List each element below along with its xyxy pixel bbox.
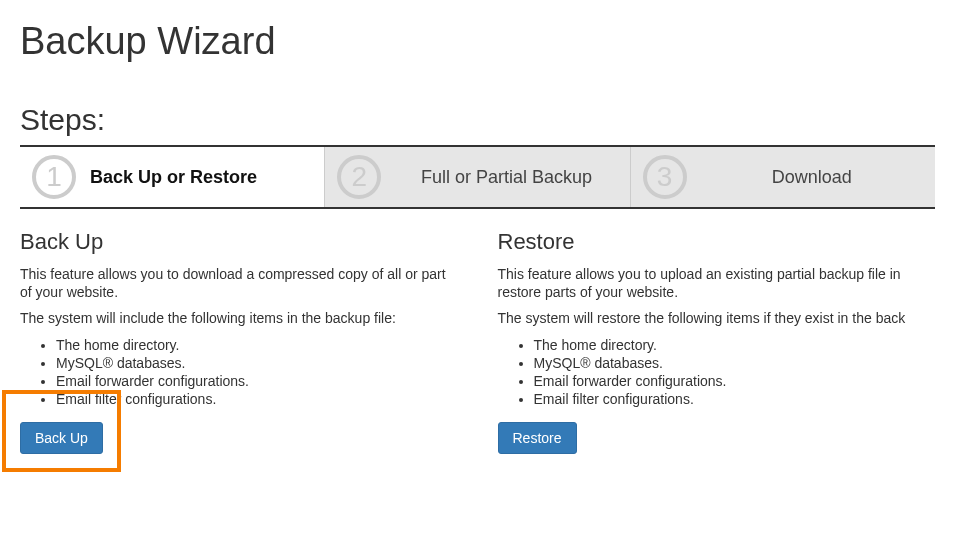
content-area: Back Up This feature allows you to downl… <box>20 229 935 454</box>
list-item: MySQL® databases. <box>534 354 936 372</box>
step-number-icon: 2 <box>337 155 381 199</box>
backup-items-list: The home directory. MySQL® databases. Em… <box>56 336 458 409</box>
list-item: Email forwarder configurations. <box>534 372 936 390</box>
step-label: Download <box>701 167 923 188</box>
step-3[interactable]: 3 Download <box>631 147 935 207</box>
backup-description: This feature allows you to download a co… <box>20 265 458 301</box>
restore-column: Restore This feature allows you to uploa… <box>498 229 936 454</box>
list-item: Email filter configurations. <box>56 390 458 408</box>
page-title: Backup Wizard <box>20 20 935 63</box>
step-number-icon: 1 <box>32 155 76 199</box>
list-item: The home directory. <box>56 336 458 354</box>
backup-column: Back Up This feature allows you to downl… <box>20 229 458 454</box>
wizard-steps: 1 Back Up or Restore 2 Full or Partial B… <box>20 145 935 209</box>
steps-heading: Steps: <box>20 103 935 137</box>
list-item: The home directory. <box>534 336 936 354</box>
step-label: Back Up or Restore <box>90 167 312 188</box>
restore-heading: Restore <box>498 229 936 255</box>
step-1[interactable]: 1 Back Up or Restore <box>20 147 325 207</box>
restore-button[interactable]: Restore <box>498 422 577 454</box>
list-item: MySQL® databases. <box>56 354 458 372</box>
restore-items-list: The home directory. MySQL® databases. Em… <box>534 336 936 409</box>
restore-description: This feature allows you to upload an exi… <box>498 265 936 301</box>
list-item: Email filter configurations. <box>534 390 936 408</box>
backup-heading: Back Up <box>20 229 458 255</box>
step-label: Full or Partial Backup <box>395 167 617 188</box>
backup-intro: The system will include the following it… <box>20 309 458 327</box>
backup-button[interactable]: Back Up <box>20 422 103 454</box>
restore-intro: The system will restore the following it… <box>498 309 936 327</box>
step-2[interactable]: 2 Full or Partial Backup <box>325 147 630 207</box>
step-number-icon: 3 <box>643 155 687 199</box>
list-item: Email forwarder configurations. <box>56 372 458 390</box>
